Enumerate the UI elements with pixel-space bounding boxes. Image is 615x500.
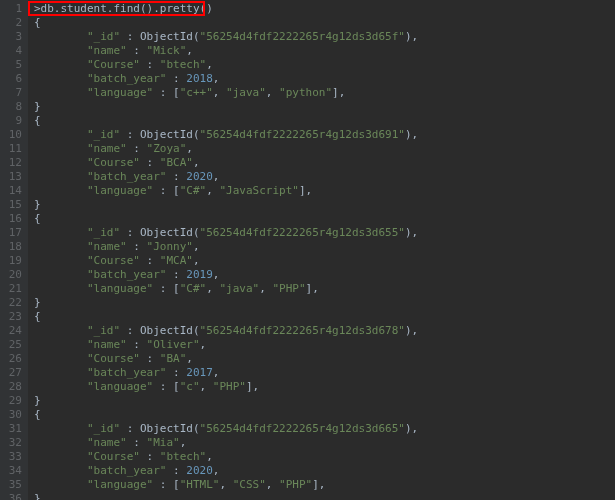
code-line: "batch_year" : 2017, [28,366,615,380]
code-line: "language" : ["c++", "java", "python"], [28,86,615,100]
code-line: "Course" : "btech", [28,58,615,72]
code-line: } [28,394,615,408]
code-line: "name" : "Zoya", [28,142,615,156]
code-line: "_id" : ObjectId("56254d4fdf2222265r4g12… [28,128,615,142]
code-line: "batch_year" : 2019, [28,268,615,282]
code-line: "Course" : "MCA", [28,254,615,268]
code-line: "_id" : ObjectId("56254d4fdf2222265r4g12… [28,324,615,338]
code-line: "batch_year" : 2020, [28,170,615,184]
code-line: "name" : "Jonny", [28,240,615,254]
code-line: "Course" : "btech", [28,450,615,464]
code-line: "language" : ["C#", "java", "PHP"], [28,282,615,296]
code-line: "Course" : "BCA", [28,156,615,170]
code-line: { [28,408,615,422]
code-line: } [28,100,615,114]
code-line: "name" : "Mia", [28,436,615,450]
code-line: "batch_year" : 2018, [28,72,615,86]
code-line: } [28,296,615,310]
code-line: } [28,198,615,212]
line-gutter: 1234567891011121314151617181920212223242… [0,0,28,500]
code-line: "_id" : ObjectId("56254d4fdf2222265r4g12… [28,226,615,240]
code-line: { [28,212,615,226]
code-line: } [28,492,615,500]
code-line: "language" : ["C#", "JavaScript"], [28,184,615,198]
code-line: "_id" : ObjectId("56254d4fdf2222265r4g12… [28,30,615,44]
code-line: "batch_year" : 2020, [28,464,615,478]
code-line: "name" : "Oliver", [28,338,615,352]
code-line: "Course" : "BA", [28,352,615,366]
code-line: >db.student.find().pretty() [28,2,615,16]
code-line: { [28,114,615,128]
code-line: { [28,310,615,324]
code-line: "name" : "Mick", [28,44,615,58]
code-line: { [28,16,615,30]
code-line: "_id" : ObjectId("56254d4fdf2222265r4g12… [28,422,615,436]
code-line: "language" : ["c", "PHP"], [28,380,615,394]
code-line: "language" : ["HTML", "CSS", "PHP"], [28,478,615,492]
code-editor[interactable]: >db.student.find().pretty(){ "_id" : Obj… [28,0,615,500]
